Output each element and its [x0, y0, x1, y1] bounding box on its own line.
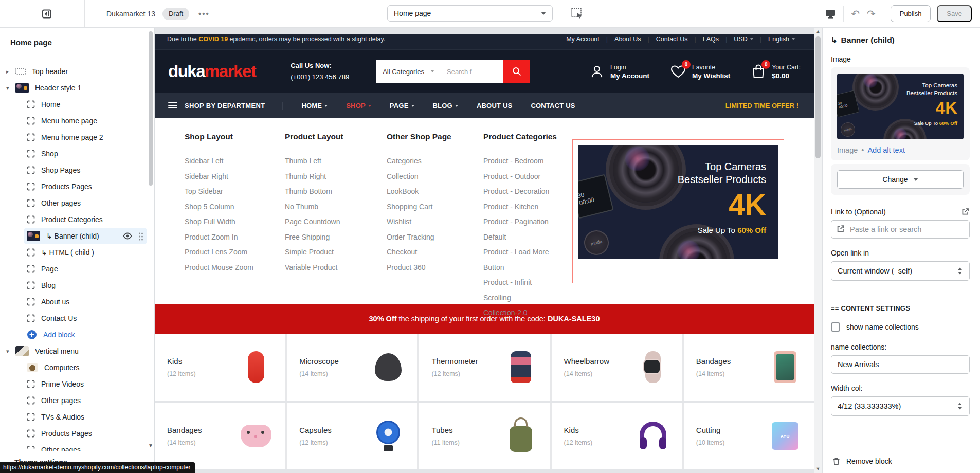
- limited-offer-link[interactable]: LIMITED TIME OFFER !: [725, 102, 801, 110]
- undo-icon[interactable]: ↶: [851, 9, 860, 19]
- notice-link-faqs[interactable]: FAQs: [696, 35, 725, 43]
- caret-down-icon[interactable]: ▾: [6, 348, 15, 355]
- image-thumbnail[interactable]: 30 00:00 moda Top Cameras Bestseller Pro…: [837, 74, 964, 139]
- mega-link-no-thumb[interactable]: No Thumb: [285, 199, 376, 215]
- category-card-thermometer[interactable]: Thermometer(12 items): [419, 334, 549, 401]
- sidebar-item-top-header[interactable]: ▸Top header: [0, 63, 147, 80]
- nav-item-contact-us[interactable]: CONTACT US: [531, 102, 575, 110]
- mega-link-sidebar-right[interactable]: Sidebar Right: [185, 169, 275, 185]
- mega-link-thumb-right[interactable]: Thumb Right: [285, 169, 376, 185]
- name-collections-input[interactable]: [831, 355, 970, 374]
- mega-link-product-bedroom[interactable]: Product - Bedroom: [483, 154, 559, 169]
- category-card-cutting[interactable]: Cutting(10 items)AYO: [684, 403, 814, 469]
- scroll-down-arrow[interactable]: ▼: [814, 466, 822, 471]
- sidebar-item-home[interactable]: Home: [0, 96, 147, 113]
- scroll-up-arrow[interactable]: ▲: [814, 29, 822, 34]
- mega-link-checkout[interactable]: Checkout: [387, 245, 473, 260]
- eye-icon[interactable]: [122, 231, 133, 241]
- more-options-button[interactable]: •••: [198, 9, 210, 18]
- mega-link-top-sidebar[interactable]: Top Sidebar: [185, 184, 275, 199]
- sidebar-item-blog[interactable]: Blog: [0, 277, 147, 294]
- search-button[interactable]: [503, 60, 530, 83]
- category-card-wheelbarrow[interactable]: Wheelbarrow(14 items): [552, 334, 682, 401]
- notice-link-english[interactable]: English: [761, 35, 802, 43]
- mega-link-product-pagination-default[interactable]: Product - Pagination Default: [483, 214, 559, 245]
- mega-link-product-lens-zoom[interactable]: Product Lens Zoom: [185, 245, 275, 260]
- mega-link-order-tracking[interactable]: Order Tracking: [387, 230, 473, 245]
- mega-link-shop-full-width[interactable]: Shop Full Width: [185, 214, 275, 230]
- desktop-preview-icon[interactable]: [825, 9, 836, 19]
- nav-item-about-us[interactable]: ABOUT US: [477, 102, 513, 110]
- store-search-input[interactable]: [441, 68, 503, 76]
- sidebar-item-other-pages[interactable]: Other pages: [0, 195, 147, 211]
- notice-link-my-account[interactable]: My Account: [559, 35, 606, 43]
- sidebar-item-about-us[interactable]: About us: [0, 294, 147, 310]
- mega-link-product-decoration[interactable]: Product - Decoration: [483, 184, 559, 199]
- category-card-kids[interactable]: Kids(12 items): [155, 334, 285, 401]
- category-card-bandages[interactable]: Bandages(14 items): [155, 403, 285, 469]
- category-card-kids[interactable]: Kids(12 items): [552, 403, 682, 469]
- preview-scrollbar-thumb[interactable]: [815, 36, 821, 158]
- category-card-bandages[interactable]: Bandages(14 items): [684, 334, 814, 401]
- mega-link-product-zoom-in[interactable]: Product Zoom In: [185, 230, 275, 245]
- redo-icon[interactable]: ↷: [867, 9, 876, 19]
- page-selector-dropdown[interactable]: Home page: [387, 5, 553, 22]
- notice-link-about-us[interactable]: About Us: [608, 35, 647, 43]
- category-card-microscope[interactable]: Microscope(14 items): [287, 334, 417, 401]
- mega-link-product-infinit-scrolling[interactable]: Product - Infinit Scrolling: [483, 275, 559, 305]
- sidebar-item-other-pages[interactable]: Other pages: [0, 392, 147, 409]
- store-logo[interactable]: dukamarket: [168, 62, 256, 81]
- mega-link-collection[interactable]: Collection: [387, 169, 473, 185]
- mega-link-shop-5-column[interactable]: Shop 5 Column: [185, 199, 275, 215]
- open-link-select[interactable]: Current window (_self): [831, 261, 970, 281]
- mega-link-thumb-bottom[interactable]: Thumb Bottom: [285, 184, 376, 199]
- sidebar-item-add-block[interactable]: Add block: [0, 326, 147, 343]
- nav-item-page[interactable]: PAGE: [390, 102, 414, 110]
- link-search-input[interactable]: [831, 220, 970, 239]
- mega-link-product-kitchen[interactable]: Product - Kitchen: [483, 199, 559, 215]
- add-alt-text-link[interactable]: Add alt text: [867, 146, 905, 154]
- mega-link-sidebar-left[interactable]: Sidebar Left: [185, 154, 275, 169]
- notice-link-usd[interactable]: USD: [727, 35, 759, 43]
- sidebar-item-shop[interactable]: Shop: [0, 145, 147, 162]
- search-category-dropdown[interactable]: All Categories: [376, 60, 441, 83]
- sidebar-scrollbar-thumb[interactable]: [149, 31, 153, 186]
- nav-item-shop[interactable]: SHOP: [346, 102, 371, 110]
- width-col-select[interactable]: 4/12 (33.333333%): [831, 396, 970, 416]
- mega-link-shopping-cart[interactable]: Shopping Cart: [387, 199, 473, 215]
- caret-right-icon[interactable]: ▸: [6, 68, 15, 75]
- remove-block-button[interactable]: Remove block: [823, 449, 980, 473]
- mega-link-variable-product[interactable]: Variable Product: [285, 260, 376, 276]
- sidebar-item-page[interactable]: Page: [0, 261, 147, 277]
- show-name-collections-checkbox[interactable]: [831, 322, 840, 332]
- account-widget[interactable]: LoginMy Account: [589, 64, 649, 80]
- sidebar-item-header-style-1[interactable]: ▾Header style 1: [0, 80, 147, 96]
- drag-handle-icon[interactable]: [138, 232, 144, 241]
- sidebar-item-product-categories[interactable]: Product Categories: [0, 211, 147, 228]
- category-card-tubes[interactable]: Tubes(11 items): [419, 403, 549, 469]
- mega-link-product-360[interactable]: Product 360: [387, 260, 473, 276]
- mega-link-product-mouse-zoom[interactable]: Product Mouse Zoom: [185, 260, 275, 276]
- notice-link-contact-us[interactable]: Contact Us: [649, 35, 695, 43]
- mega-link-simple-product[interactable]: Simple Product: [285, 245, 376, 260]
- sidebar-item-contact-us[interactable]: Contact Us: [0, 310, 147, 326]
- sidebar-item-shop-pages[interactable]: Shop Pages: [0, 162, 147, 178]
- mega-link-product-load-more-button[interactable]: Product - Load More Button: [483, 245, 559, 275]
- sidebar-item-html-child[interactable]: ↳ HTML ( child ): [0, 244, 147, 261]
- mega-link-page-countdown[interactable]: Page Countdown: [285, 214, 376, 230]
- nav-item-blog[interactable]: BLOG: [433, 102, 458, 110]
- mega-link-thumb-left[interactable]: Thumb Left: [285, 154, 376, 169]
- mega-link-wishlist[interactable]: Wishlist: [387, 214, 473, 230]
- sidebar-item-menu-home-page[interactable]: Menu home page: [0, 113, 147, 129]
- wishlist-widget[interactable]: 0 FavoriteMy Wishlist: [670, 64, 730, 80]
- sidebar-scroll-down-arrow[interactable]: ▼: [148, 443, 153, 448]
- mega-link-lookbook[interactable]: LookBook: [387, 184, 473, 199]
- change-image-button[interactable]: Change: [837, 170, 964, 189]
- caret-down-icon[interactable]: ▾: [6, 85, 15, 92]
- mega-link-product-outdoor[interactable]: Product - Outdoor: [483, 169, 559, 185]
- exit-editor-button[interactable]: [39, 6, 55, 22]
- section-inspector-toggle[interactable]: [571, 8, 582, 17]
- sidebar-item-prime-videos[interactable]: Prime Videos: [0, 376, 147, 392]
- external-link-icon[interactable]: [961, 207, 970, 216]
- sidebar-item-banner-child[interactable]: ↳ Banner (child): [24, 228, 147, 244]
